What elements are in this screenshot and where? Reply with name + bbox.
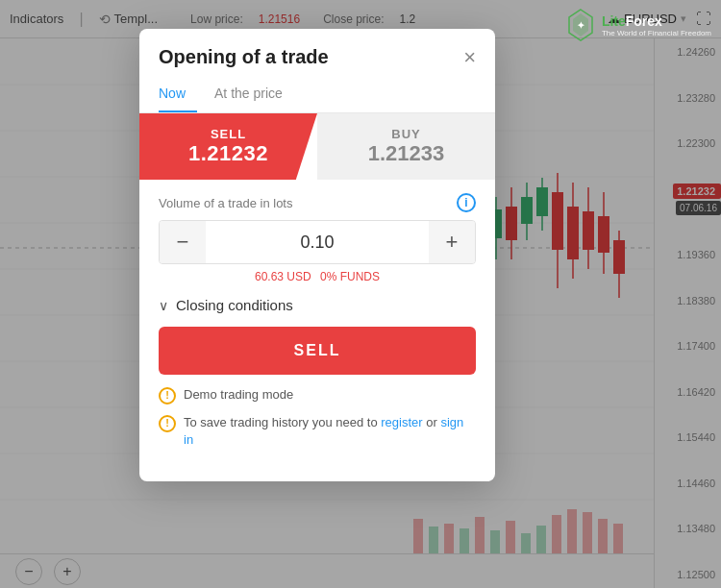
volume-input[interactable]	[206, 221, 429, 263]
sell-price: 1.21232	[139, 141, 317, 166]
buy-price-button[interactable]: BUY 1.21233	[317, 113, 495, 180]
volume-control: − +	[159, 220, 476, 264]
volume-label-row: Volume of a trade in lots i	[159, 193, 476, 212]
notice-section: ! Demo trading mode ! To save trading hi…	[139, 375, 495, 449]
tab-now[interactable]: Now	[159, 78, 197, 112]
closing-conditions-toggle[interactable]: ∨ Closing conditions	[159, 297, 476, 313]
trade-modal: Opening of a trade × Now At the price SE…	[139, 29, 495, 481]
demo-mode-notice: ! Demo trading mode	[159, 386, 476, 404]
save-history-icon: !	[159, 415, 176, 432]
liteforex-logo: ✦ LiteForex The World of Financial Freed…	[563, 8, 711, 42]
sell-action-button[interactable]: SELL	[159, 327, 476, 375]
closing-conditions-section: ∨ Closing conditions	[139, 283, 495, 313]
volume-section: Volume of a trade in lots i − + 60.63 US…	[139, 180, 495, 283]
chevron-down-icon: ∨	[159, 298, 168, 313]
sell-price-button[interactable]: SELL 1.21232	[139, 113, 317, 180]
save-history-notice: ! To save trading history you need to re…	[159, 414, 476, 449]
liteforex-tagline: The World of Financial Freedom	[602, 29, 711, 37]
sell-label: SELL	[139, 127, 317, 141]
buy-price: 1.21233	[317, 141, 495, 166]
volume-increase-button[interactable]: +	[429, 221, 475, 263]
save-history-text-before: To save trading history you need to	[184, 415, 381, 429]
trade-buttons: SELL 1.21232 BUY 1.21233	[139, 113, 495, 180]
liteforex-name: LiteForex	[602, 13, 711, 29]
closing-conditions-label: Closing conditions	[176, 297, 293, 313]
volume-info: 60.63 USD 0% FUNDS	[159, 270, 476, 283]
demo-mode-text: Demo trading mode	[184, 386, 293, 404]
save-history-text: To save trading history you need to regi…	[184, 414, 476, 449]
modal-title: Opening of a trade	[159, 46, 329, 68]
volume-decrease-button[interactable]: −	[160, 221, 206, 263]
tab-at-price[interactable]: At the price	[214, 78, 294, 112]
modal-header: Opening of a trade ×	[139, 29, 495, 78]
demo-mode-icon: !	[159, 387, 176, 404]
register-link[interactable]: register	[381, 415, 422, 429]
save-history-text-middle: or	[423, 415, 441, 429]
svg-text:✦: ✦	[577, 20, 585, 31]
modal-tabs: Now At the price	[139, 78, 495, 113]
volume-label: Volume of a trade in lots	[159, 196, 292, 210]
buy-label: BUY	[317, 127, 495, 141]
volume-funds-label: 0% FUNDS	[320, 270, 380, 283]
volume-info-icon[interactable]: i	[457, 193, 476, 212]
volume-usd: 60.63 USD	[255, 270, 311, 283]
modal-close-button[interactable]: ×	[463, 47, 476, 68]
liteforex-logo-icon: ✦	[563, 8, 598, 42]
